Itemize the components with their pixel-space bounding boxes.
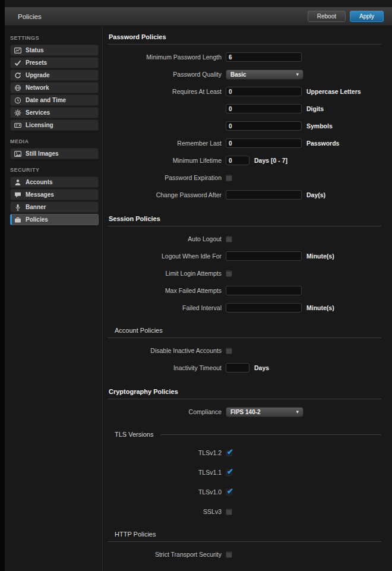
subsection-title-tls-versions: TLS Versions	[115, 431, 381, 438]
sidebar-item-upgrade[interactable]: Upgrade	[10, 70, 99, 81]
limit-login-attempts-checkbox[interactable]	[226, 270, 232, 277]
sslv3-checkbox[interactable]	[226, 509, 232, 515]
row-tlsv1-1: TLSv1.1	[108, 468, 381, 477]
field-label: SSLv3	[108, 508, 222, 515]
divider	[160, 434, 381, 435]
symbols-input[interactable]	[226, 121, 302, 131]
row-max-failed-attempts: Max Failed Attempts	[108, 286, 381, 295]
divider	[108, 399, 381, 399]
password-quality-select[interactable]: Basic ▾	[226, 70, 304, 80]
page-title: Policies	[18, 13, 42, 20]
refresh-icon	[14, 72, 21, 79]
logout-when-idle-input[interactable]	[226, 251, 302, 261]
sidebar-item-policies[interactable]: Policies	[10, 214, 99, 225]
sidebar-item-label: Status	[26, 47, 44, 53]
auto-logout-checkbox[interactable]	[226, 236, 232, 242]
remember-last-input[interactable]	[226, 138, 302, 148]
field-label: Limit Login Attempts	[108, 270, 222, 277]
divider	[108, 541, 381, 542]
sidebar-item-messages[interactable]: Messages	[10, 189, 99, 200]
field-suffix: Day(s)	[306, 191, 325, 198]
row-auto-logout: Auto Logout	[108, 234, 381, 244]
row-password-quality: Password Quality Basic ▾	[108, 70, 381, 79]
digits-input[interactable]	[226, 104, 302, 113]
field-label: Minimum Password Length	[108, 53, 222, 61]
sidebar-item-label: Upgrade	[26, 72, 50, 78]
row-minimum-password-length: Minimum Password Length	[108, 52, 381, 62]
sidebar-section-media-label: MEDIA	[10, 138, 102, 144]
sidebar-item-banner[interactable]: Banner	[10, 201, 99, 213]
row-disable-inactive-accounts: Disable Inactive Accounts	[108, 346, 381, 355]
row-requires-uppercase: Requires At Least Uppercase Letters	[108, 87, 381, 96]
row-tlsv1-2: TLSv1.2	[108, 448, 381, 458]
license-card-icon	[14, 122, 21, 129]
row-requires-digits: Digits	[108, 104, 381, 113]
tlsv1-2-checkbox[interactable]	[226, 450, 232, 456]
sidebar-item-label: Network	[26, 84, 49, 91]
sidebar-item-label: Licensing	[26, 122, 53, 128]
clock-icon	[14, 97, 21, 104]
sidebar-item-status[interactable]: Status	[10, 45, 99, 56]
tls-versions-label: TLS Versions	[115, 431, 153, 438]
field-label: Compliance	[108, 408, 222, 415]
row-minimum-lifetime: Minimum Lifetime Days [0 - 7]	[108, 156, 381, 165]
compliance-select[interactable]: FIPS 140-2 ▾	[226, 407, 304, 417]
change-password-after-input[interactable]	[226, 190, 302, 200]
row-failed-interval: Failed Interval Minute(s)	[108, 303, 381, 313]
sidebar-item-licensing[interactable]: Licensing	[10, 119, 99, 131]
check-icon	[14, 59, 21, 67]
sidebar-item-label: Accounts	[26, 179, 53, 185]
tlsv1-0-checkbox[interactable]	[226, 489, 232, 496]
sidebar-item-label: Services	[26, 109, 50, 116]
subsection-title-http-policies: HTTP Policies	[115, 531, 381, 538]
chevron-down-icon: ▾	[296, 409, 299, 415]
row-strict-transport-security: Strict Transport Security	[108, 550, 381, 559]
field-suffix: Days [0 - 7]	[254, 157, 287, 164]
field-label: Change Password After	[108, 191, 222, 198]
sidebar-item-label: Policies	[26, 216, 48, 223]
sidebar-item-network[interactable]: Network	[10, 82, 99, 93]
field-suffix: Days	[254, 364, 269, 371]
minimum-lifetime-input[interactable]	[226, 156, 249, 165]
sidebar-item-presets[interactable]: Presets	[10, 57, 99, 68]
chart-icon	[14, 47, 21, 54]
row-tlsv1-0: TLSv1.0	[108, 487, 381, 497]
inactivity-timeout-input[interactable]	[226, 363, 249, 373]
field-label: TLSv1.0	[108, 488, 222, 496]
minimum-password-length-input[interactable]	[226, 52, 302, 62]
divider	[108, 337, 381, 338]
section-title-password-policies: Password Policies	[109, 33, 381, 40]
field-label: TLSv1.2	[108, 449, 222, 456]
chevron-down-icon: ▾	[296, 72, 299, 77]
disable-inactive-accounts-checkbox[interactable]	[226, 348, 232, 354]
sidebar-item-still-images[interactable]: Still Images	[10, 148, 99, 159]
reboot-button[interactable]: Reboot	[308, 11, 346, 22]
section-title-cryptography-policies: Cryptography Policies	[109, 388, 381, 395]
field-label: Disable Inactive Accounts	[108, 347, 222, 354]
password-expiration-checkbox[interactable]	[226, 175, 232, 181]
apply-button[interactable]: Apply	[350, 11, 384, 22]
field-suffix: Minute(s)	[306, 253, 334, 260]
field-label: Password Quality	[108, 71, 222, 78]
field-label: Remember Last	[108, 140, 222, 147]
microphone-icon	[14, 204, 21, 211]
strict-transport-security-checkbox[interactable]	[226, 551, 232, 558]
field-label: Minimum Lifetime	[108, 157, 222, 164]
tlsv1-1-checkbox[interactable]	[226, 469, 232, 476]
row-requires-symbols: Symbols	[108, 121, 381, 131]
field-label: Logout When Idle For	[108, 253, 222, 260]
failed-interval-input[interactable]	[226, 303, 302, 313]
row-remember-last: Remember Last Passwords	[108, 138, 381, 148]
uppercase-letters-input[interactable]	[226, 87, 302, 96]
section-title-session-policies: Session Policies	[109, 215, 381, 222]
sidebar-item-accounts[interactable]: Accounts	[10, 176, 99, 188]
sidebar-item-services[interactable]: Services	[10, 107, 99, 118]
image-icon	[14, 150, 21, 157]
sidebar-section-settings-label: SETTINGS	[10, 35, 102, 41]
max-failed-attempts-input[interactable]	[226, 286, 302, 295]
row-inactivity-timeout: Inactivity Timeout Days	[108, 363, 381, 373]
row-password-expiration: Password Expiration	[108, 173, 381, 182]
field-suffix: Digits	[306, 105, 324, 112]
sidebar-item-date-and-time[interactable]: Date and Time	[10, 94, 99, 106]
app-window: Policies Reboot Apply SETTINGS Status Pr…	[5, 7, 392, 571]
